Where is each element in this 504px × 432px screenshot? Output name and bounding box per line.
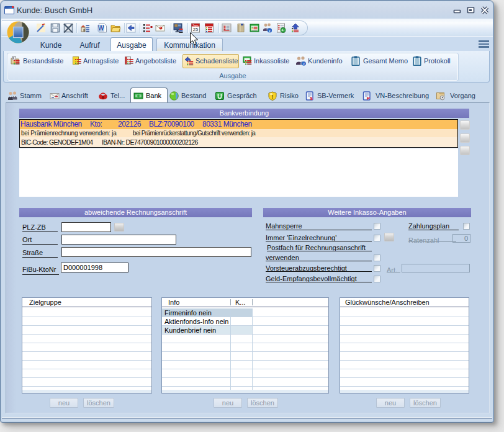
svg-text:P: P <box>367 96 371 101</box>
svg-text:25: 25 <box>193 27 198 32</box>
svg-text:W: W <box>98 25 104 32</box>
svg-text:$: $ <box>310 96 313 101</box>
svg-text:i: i <box>269 29 271 33</box>
svg-text:!: ! <box>272 94 274 100</box>
